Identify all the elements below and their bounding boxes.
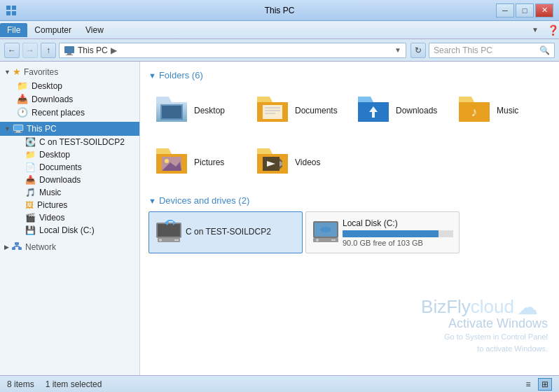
search-icon: 🔍: [539, 46, 550, 55]
svg-rect-4: [64, 46, 74, 53]
pictures-folder-svg: [155, 146, 188, 176]
menu-file[interactable]: File: [0, 23, 27, 37]
svg-rect-19: [263, 105, 282, 119]
folder-pictures[interactable]: Pictures: [149, 138, 247, 187]
status-left: 8 items 1 item selected: [7, 379, 102, 389]
downloads-folder-icon: 📥: [17, 94, 28, 104]
desktop-folder-label: Desktop: [194, 106, 225, 115]
svg-rect-11: [15, 242, 19, 245]
sidebar-item-recent-label: Recent places: [32, 108, 85, 118]
folders-section-title: Folders (6): [159, 70, 203, 80]
sidebar-desktop[interactable]: 📁 Desktop: [0, 148, 139, 161]
menu-view[interactable]: View: [78, 23, 111, 37]
svg-rect-6: [66, 55, 73, 55]
activate-windows: Activate Windows Go to System in Control…: [444, 316, 548, 354]
svg-rect-12: [12, 247, 15, 250]
sidebar-item-desktop-label: Desktop: [32, 81, 62, 91]
address-dropdown[interactable]: ▼: [394, 46, 401, 54]
menu-computer[interactable]: Computer: [27, 23, 78, 37]
folder-downloads[interactable]: Downloads: [350, 86, 448, 135]
sidebar-network-label: Network: [25, 242, 56, 252]
cloud-icon: ☁: [517, 295, 538, 319]
sidebar-pictures[interactable]: 🖼 Pictures: [0, 199, 139, 211]
sidebar-c-drive[interactable]: 💽 C on TEST-SOILDCP2: [0, 136, 139, 148]
local-disk-name: Local Disk (C:): [343, 218, 453, 228]
sidebar-desktop-label: Desktop: [39, 150, 70, 160]
status-bar: 8 items 1 item selected ≡ ⊞: [0, 375, 559, 392]
devices-grid: C on TEST-SOILDCP2 Local Disk (C: [149, 211, 551, 253]
search-placeholder: Search This PC: [434, 46, 492, 55]
music-folder-label: Music: [497, 106, 518, 115]
pictures-icon: 🖼: [25, 200, 34, 210]
folder-documents[interactable]: Documents: [249, 86, 347, 135]
devices-section-title: Devices and drives (2): [159, 195, 249, 206]
forward-button[interactable]: →: [22, 43, 38, 58]
svg-rect-42: [331, 239, 336, 241]
folder-music[interactable]: ♪ Music: [451, 86, 549, 135]
network-drive-name: C on TEST-SOILDCP2: [186, 227, 296, 237]
local-disk-svg: [312, 220, 340, 245]
sidebar-thispc-label: This PC: [27, 124, 57, 134]
desktop-folder-icon-wrapper: [155, 94, 188, 127]
sidebar-network-header[interactable]: ▶ Network: [0, 239, 139, 255]
folder-desktop[interactable]: Desktop: [149, 86, 247, 135]
item-count: 8 items: [7, 379, 34, 389]
sidebar-downloads-label: Downloads: [39, 175, 81, 185]
activate-windows-title: Activate Windows: [444, 316, 548, 331]
device-local-disk[interactable]: Local Disk (C:) 90.0 GB free of 103 GB: [305, 211, 460, 253]
icon-view-button[interactable]: ⊞: [538, 378, 552, 391]
activate-windows-sub: Go to System in Control Panelto activate…: [444, 331, 548, 354]
svg-rect-10: [15, 132, 22, 133]
local-disk-info: Local Disk (C:) 90.0 GB free of 103 GB: [343, 218, 453, 247]
list-view-button[interactable]: ≡: [521, 378, 535, 391]
sidebar-thispc-header[interactable]: ▼ This PC: [0, 122, 139, 136]
help-button[interactable]: ❓: [547, 24, 559, 36]
svg-rect-9: [16, 131, 20, 132]
address-path[interactable]: This PC ▶ ▼: [59, 43, 406, 58]
sidebar-localdisk-label: Local Disk (C:): [39, 225, 95, 235]
menu-bar: File Computer View ▼ ❓: [0, 21, 559, 39]
menu-chevron: ▼: [532, 26, 544, 34]
content-area: BizFly cloud ☁ ▼ Folders (6): [140, 62, 559, 375]
svg-text:♪: ♪: [471, 105, 478, 119]
documents-folder-label: Documents: [295, 106, 338, 115]
sidebar-item-desktop[interactable]: 📁 Desktop: [0, 79, 139, 92]
sidebar-favorites-header[interactable]: ▼ ★ Favorites: [0, 64, 139, 79]
documents-folder-svg: [256, 94, 289, 125]
sidebar-music[interactable]: 🎵 Music: [0, 186, 139, 199]
network-drive-icon-wrapper: [155, 220, 180, 245]
network-icon: [11, 241, 22, 253]
folders-section-header: ▼ Folders (6): [149, 70, 551, 80]
up-button[interactable]: ↑: [41, 43, 56, 58]
sidebar-item-recent[interactable]: 🕐 Recent places: [0, 106, 139, 119]
folder-videos[interactable]: Videos: [249, 138, 347, 187]
sidebar-item-downloads[interactable]: 📥 Downloads: [0, 92, 139, 106]
network-drive-svg: [155, 220, 183, 245]
sidebar-localdisk[interactable]: 💾 Local Disk (C:): [0, 224, 139, 237]
device-network-drive[interactable]: C on TEST-SOILDCP2: [149, 211, 303, 253]
sidebar-c-drive-label: C on TEST-SOILDCP2: [39, 137, 125, 147]
pictures-folder-icon-wrapper: [155, 146, 188, 179]
path-arrow: ▶: [111, 46, 117, 55]
minimize-button[interactable]: ─: [496, 4, 514, 18]
sidebar-downloads[interactable]: 📥 Downloads: [0, 174, 139, 186]
recent-icon: 🕐: [17, 107, 28, 118]
devices-expand-arrow: ▼: [149, 197, 156, 205]
svg-rect-13: [18, 247, 22, 250]
downloads-folder-icon-wrapper: [357, 94, 390, 127]
refresh-button[interactable]: ↻: [410, 43, 426, 58]
maximize-button[interactable]: □: [516, 4, 534, 18]
disk-space: 90.0 GB free of 103 GB: [343, 239, 453, 247]
search-box[interactable]: Search This PC 🔍: [429, 43, 555, 58]
path-pc-icon: [64, 45, 75, 56]
downloads-folder-svg: [357, 94, 390, 125]
network-expand-arrow: ▶: [4, 244, 9, 251]
sidebar-videos[interactable]: 🎬 Videos: [0, 211, 139, 224]
main-layout: ▼ ★ Favorites 📁 Desktop 📥 Downloads 🕐 Re…: [0, 62, 559, 375]
back-button[interactable]: ←: [4, 43, 20, 58]
title-buttons: ─ □ ✕: [496, 4, 553, 18]
close-button[interactable]: ✕: [535, 4, 553, 18]
music-folder-icon-wrapper: ♪: [457, 94, 491, 127]
sidebar-documents[interactable]: 📄 Documents: [0, 161, 139, 174]
downloads-folder-label: Downloads: [396, 106, 437, 115]
